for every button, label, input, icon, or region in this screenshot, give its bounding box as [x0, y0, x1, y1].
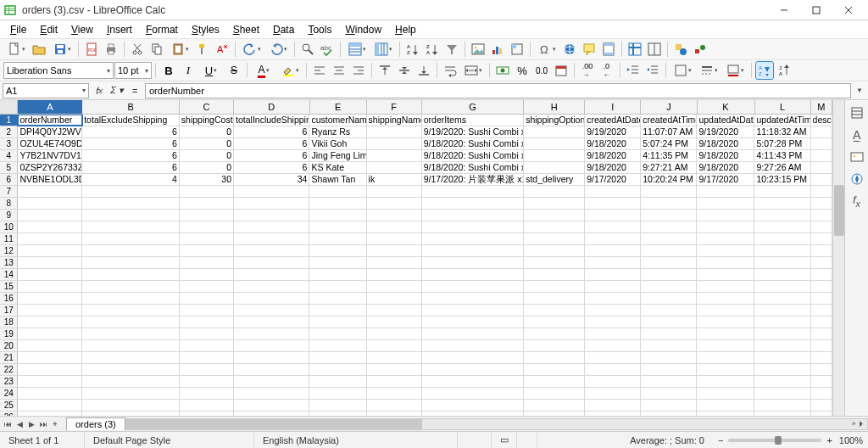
cell[interactable]	[811, 257, 832, 268]
cell[interactable]	[367, 388, 422, 399]
cell[interactable]	[180, 198, 234, 209]
cell[interactable]	[641, 245, 697, 256]
cell[interactable]	[811, 233, 832, 244]
cell[interactable]	[754, 412, 810, 416]
cell[interactable]	[754, 305, 810, 316]
row-header[interactable]: 17	[0, 305, 18, 316]
border-color-button[interactable]	[722, 61, 748, 80]
autofilter-button[interactable]	[442, 40, 461, 59]
expand-formula-button[interactable]: ▼	[854, 83, 865, 98]
cell[interactable]	[367, 364, 422, 375]
menu-view[interactable]: View	[64, 22, 100, 37]
cell[interactable]	[754, 221, 810, 232]
cell[interactable]	[367, 245, 422, 256]
cell[interactable]	[524, 281, 585, 292]
row-header[interactable]: 5	[0, 162, 18, 173]
cell[interactable]	[18, 305, 82, 316]
cell[interactable]	[811, 293, 832, 304]
zoom-in-icon[interactable]: +	[826, 435, 832, 445]
merge-cells-button[interactable]	[460, 61, 486, 80]
row-header[interactable]: 14	[0, 269, 18, 280]
cell[interactable]	[422, 257, 524, 268]
cell[interactable]	[697, 352, 754, 363]
align-bottom-button[interactable]	[415, 61, 433, 80]
sidebar-gallery-icon[interactable]	[848, 148, 866, 166]
cell[interactable]	[309, 186, 366, 197]
menu-help[interactable]: Help	[388, 22, 423, 37]
cell[interactable]	[82, 245, 180, 256]
column-header-H[interactable]: H	[524, 100, 585, 114]
cell[interactable]	[811, 245, 832, 256]
cell[interactable]	[180, 412, 234, 416]
cell[interactable]: OZUL4E74O9DQ	[18, 138, 82, 149]
cell[interactable]	[180, 269, 234, 280]
cell[interactable]	[524, 138, 585, 149]
row-header[interactable]: 26	[0, 412, 18, 416]
cell[interactable]	[585, 257, 641, 268]
cell[interactable]	[18, 364, 82, 375]
cell[interactable]	[641, 233, 697, 244]
cell[interactable]	[811, 340, 832, 351]
cell[interactable]: shippingCost	[180, 115, 234, 126]
cell[interactable]	[367, 340, 422, 351]
insert-chart-button[interactable]	[488, 40, 507, 59]
cell[interactable]	[585, 269, 641, 280]
open-button[interactable]	[30, 40, 48, 59]
split-window-button[interactable]	[645, 40, 664, 59]
cell[interactable]	[585, 340, 641, 351]
cell[interactable]	[697, 376, 754, 387]
cell[interactable]	[18, 186, 82, 197]
cell[interactable]: 9/18/2020: Sushi Combi x1	[422, 162, 524, 173]
cell[interactable]	[82, 186, 180, 197]
cell[interactable]: updatedAtTime	[754, 115, 810, 126]
cell[interactable]	[180, 245, 234, 256]
menu-format[interactable]: Format	[139, 22, 185, 37]
cell[interactable]	[754, 352, 810, 363]
last-sheet-button[interactable]: ⏭	[37, 420, 49, 428]
row-header[interactable]: 2	[0, 126, 18, 137]
cell[interactable]	[754, 186, 810, 197]
cell[interactable]: 6	[234, 138, 309, 149]
cell[interactable]	[309, 352, 366, 363]
cell[interactable]	[18, 245, 82, 256]
cell[interactable]	[309, 376, 366, 387]
cell[interactable]	[585, 221, 641, 232]
headers-footers-button[interactable]	[599, 40, 618, 59]
cell[interactable]	[697, 412, 754, 416]
cell[interactable]	[82, 281, 180, 292]
cell[interactable]	[585, 233, 641, 244]
cell[interactable]	[422, 388, 524, 399]
prev-sheet-button[interactable]: ◀	[14, 420, 25, 428]
cell[interactable]	[367, 162, 422, 173]
menu-window[interactable]: Window	[338, 22, 388, 37]
cell[interactable]	[309, 245, 366, 256]
cell[interactable]: totalIncludeShipping	[234, 115, 309, 126]
cell[interactable]	[180, 305, 234, 316]
menu-tools[interactable]: Tools	[301, 22, 338, 37]
date-button[interactable]	[552, 61, 570, 80]
cell[interactable]	[234, 376, 309, 387]
zoom-level[interactable]: 100%	[839, 435, 863, 445]
cell[interactable]	[641, 340, 697, 351]
cell[interactable]	[811, 364, 832, 375]
align-top-button[interactable]	[376, 61, 394, 80]
row-header[interactable]: 18	[0, 316, 18, 328]
cell[interactable]: orderNumber	[18, 115, 82, 126]
cell[interactable]	[367, 269, 422, 280]
cell[interactable]	[180, 293, 234, 304]
cell[interactable]	[422, 269, 524, 280]
cell[interactable]: 10:23:15 PM	[754, 174, 810, 185]
font-color-button[interactable]: A	[251, 61, 276, 80]
cell[interactable]	[811, 400, 832, 411]
align-middle-button[interactable]	[395, 61, 414, 80]
cell[interactable]	[641, 316, 697, 328]
cell[interactable]	[367, 352, 422, 363]
cell[interactable]	[82, 412, 180, 416]
cell[interactable]	[641, 198, 697, 209]
zoom-out-icon[interactable]: −	[718, 435, 723, 445]
column-header-F[interactable]: F	[367, 100, 422, 114]
cell[interactable]: 30	[180, 174, 234, 185]
cell[interactable]	[811, 150, 832, 161]
cell[interactable]	[754, 316, 810, 328]
new-doc-button[interactable]	[3, 40, 29, 59]
